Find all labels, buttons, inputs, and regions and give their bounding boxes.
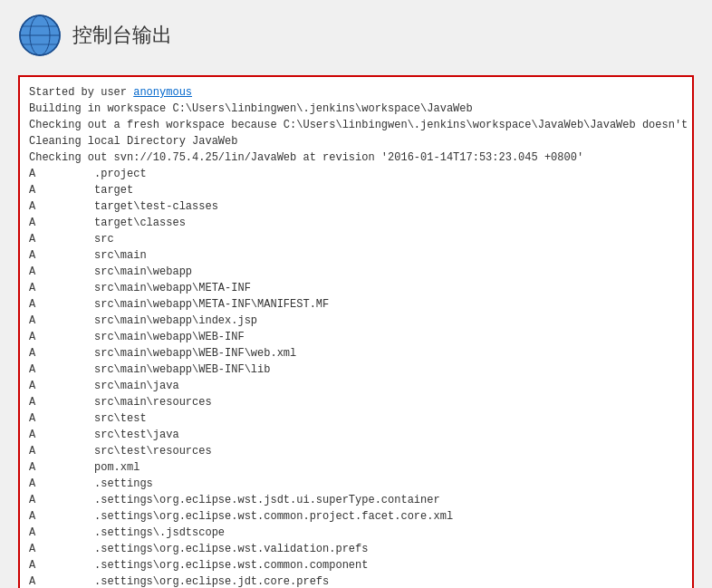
console-line-10: A src (29, 231, 683, 247)
console-line-4: Cleaning local Directory JavaWeb (29, 133, 683, 149)
console-line-8: A target\test-classes (29, 198, 683, 215)
console-line-5: Checking out svn://10.75.4.25/lin/JavaWe… (29, 149, 683, 166)
page-header: 控制台输出 (0, 0, 712, 71)
console-line-20: A src\main\resources (29, 394, 683, 410)
console-line-24: A pom.xml (29, 459, 683, 476)
console-line-12: A src\main\webapp (29, 264, 683, 280)
console-line-9: A target\classes (29, 215, 683, 231)
console-line-21: A src\test (29, 410, 683, 427)
console-line-6: A .project (29, 166, 683, 182)
console-line-29: A .settings\org.eclipse.wst.validation.p… (29, 541, 683, 557)
console-line-25: A .settings (29, 476, 683, 492)
page-title: 控制台输出 (72, 22, 172, 49)
console-line-31: A .settings\org.eclipse.jdt.core.prefs (29, 574, 683, 588)
console-line-28: A .settings\.jsdtscope (29, 525, 683, 541)
console-line-1: Started by user anonymous (29, 84, 683, 101)
console-line-16: A src\main\webapp\WEB-INF (29, 329, 683, 345)
console-line-2: Building in workspace C:\Users\linbingwe… (29, 101, 683, 117)
console-line-27: A .settings\org.eclipse.wst.common.proje… (29, 508, 683, 525)
console-line-22: A src\test\java (29, 427, 683, 443)
anonymous-link[interactable]: anonymous (133, 86, 192, 99)
console-line-19: A src\main\java (29, 378, 683, 394)
console-line-23: A src\test\resources (29, 443, 683, 459)
console-line-17: A src\main\webapp\WEB-INF\web.xml (29, 345, 683, 361)
console-line-13: A src\main\webapp\META-INF (29, 280, 683, 296)
console-line-11: A src\main (29, 247, 683, 264)
console-line-14: A src\main\webapp\META-INF\MANIFEST.MF (29, 296, 683, 313)
console-output: Started by user anonymous Building in wo… (18, 75, 694, 588)
console-line-3: Checking out a fresh workspace because C… (29, 117, 683, 133)
console-line-7: A target (29, 182, 683, 198)
jenkins-globe-icon (18, 14, 62, 57)
console-line-26: A .settings\org.eclipse.wst.jsdt.ui.supe… (29, 492, 683, 508)
console-line-30: A .settings\org.eclipse.wst.common.compo… (29, 557, 683, 574)
console-line-15: A src\main\webapp\index.jsp (29, 313, 683, 329)
console-line-18: A src\main\webapp\WEB-INF\lib (29, 361, 683, 378)
